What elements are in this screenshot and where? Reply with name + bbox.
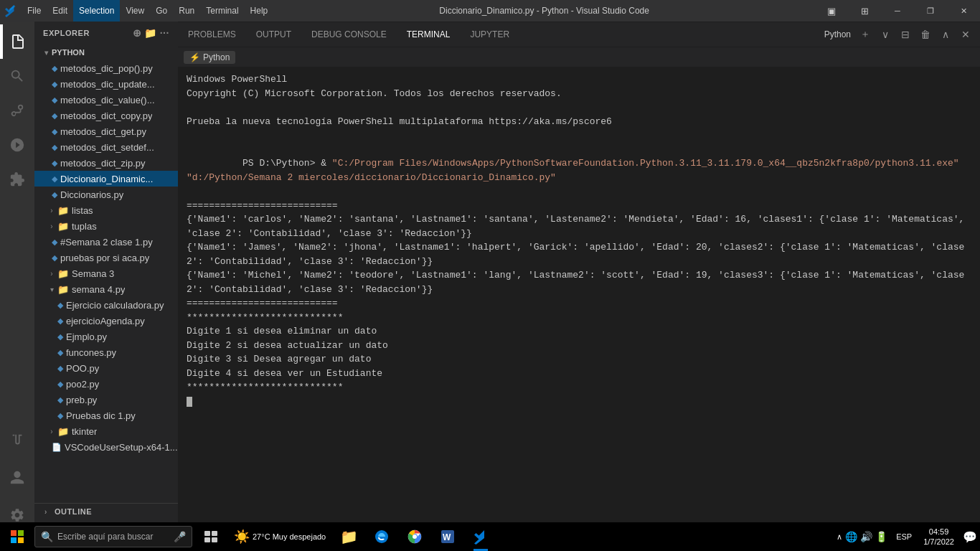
file-metodos-update[interactable]: ◆ metodos_dic_update... (34, 76, 178, 92)
network-icon[interactable]: 🌐 (845, 531, 857, 542)
file-pruebas-dic[interactable]: ◆ Pruebas dic 1.py (34, 408, 178, 423)
menu-run[interactable]: Run (173, 0, 200, 22)
taskbar-explorer-btn[interactable]: 📁 (333, 522, 364, 551)
file-metodos-value[interactable]: ◆ metodos_dic_value()... (34, 92, 178, 108)
taskbar-word-btn[interactable]: W (432, 522, 463, 551)
folder-tkinter[interactable]: › 📁 tkinter (34, 423, 178, 439)
term-line: Digite 3 si Desea agregar un dato (187, 352, 971, 367)
file-diccionarios[interactable]: ◆ Diccionarios.py (34, 187, 178, 202)
py-icon: ◆ (52, 174, 57, 184)
terminal-close-btn[interactable]: ✕ (957, 26, 974, 43)
folder-listas[interactable]: › 📁 listas (34, 202, 178, 218)
minimize-btn[interactable]: ─ (881, 0, 914, 22)
menu-view[interactable]: View (120, 0, 150, 22)
source-control-icon[interactable] (0, 93, 34, 128)
taskbar-search-box[interactable]: 🔍 Escribe aquí para buscar 🎤 (34, 526, 192, 547)
taskbar-weather[interactable]: ☀️ 27°C Muy despejado (228, 522, 331, 551)
menu-help[interactable]: Help (245, 0, 274, 22)
terminal-trash-btn[interactable]: 🗑 (917, 26, 934, 43)
file-label: ejercicioAgenda.py (66, 316, 145, 326)
terminal-instance-label: Python (203, 52, 230, 62)
folder-icon: 📁 (57, 268, 69, 279)
file-semana2[interactable]: ◆ #Semana 2 clase 1.py (34, 234, 178, 250)
layout-split-btn[interactable]: ⊞ (848, 0, 881, 22)
terminal-instance-python[interactable]: ⚡ Python (184, 51, 235, 64)
testing-icon[interactable] (0, 423, 34, 458)
activity-bar-bottom (0, 423, 34, 535)
file-label: metodos_dict_zip.py (60, 158, 146, 169)
py-icon: ◆ (52, 95, 57, 105)
py-icon: ◆ (52, 127, 57, 136)
py-icon: ◆ (57, 364, 63, 373)
menu-go[interactable]: Go (150, 0, 173, 22)
folder-tuplas[interactable]: › 📁 tuplas (34, 218, 178, 234)
tab-output[interactable]: OUTPUT (246, 22, 301, 47)
account-icon[interactable] (0, 461, 34, 495)
menu-bar: File Edit Selection View Go Run Terminal… (22, 0, 273, 22)
terminal-tabs-bar: PROBLEMS OUTPUT DEBUG CONSOLE TERMINAL J… (178, 22, 980, 47)
more-options-icon[interactable]: ··· (160, 27, 169, 39)
extensions-icon[interactable] (0, 162, 34, 197)
file-ejmplo[interactable]: ◆ Ejmplo.py (34, 329, 178, 344)
file-metodos-get[interactable]: ◆ metodos_dict_get.py (34, 123, 178, 139)
file-vscode-setup[interactable]: 📄 VSCodeUserSetup-x64-1... (34, 439, 178, 455)
tab-problems[interactable]: PROBLEMS (178, 22, 246, 47)
battery-icon[interactable]: 🔋 (875, 531, 887, 542)
menu-terminal[interactable]: Terminal (200, 0, 244, 22)
restore-btn[interactable]: ❐ (914, 0, 947, 22)
file-label: poo2.py (66, 379, 99, 390)
taskbar-taskview-btn[interactable] (195, 522, 227, 551)
file-metodos-copy[interactable]: ◆ metodos_dict_copy.py (34, 108, 178, 123)
folder-arrow-icon: › (46, 428, 57, 435)
folder-semana3[interactable]: › 📁 Semana 3 (34, 265, 178, 281)
file-preb[interactable]: ◆ preb.py (34, 392, 178, 408)
file-funcones[interactable]: ◆ funcones.py (34, 344, 178, 360)
tray-chevron-icon[interactable]: ∧ (837, 532, 842, 542)
run-debug-icon[interactable] (0, 128, 34, 162)
system-tray: ∧ 🌐 🔊 🔋 (834, 531, 890, 542)
notification-center-icon[interactable]: 💬 (963, 529, 977, 544)
taskbar-edge-btn[interactable] (366, 522, 397, 551)
terminal-body[interactable]: Windows PowerShell Copyright (C) Microso… (178, 67, 980, 535)
volume-icon[interactable]: 🔊 (860, 531, 872, 542)
terminal-more-btn[interactable]: ∨ (877, 26, 894, 43)
file-poo[interactable]: ◆ POO.py (34, 360, 178, 376)
menu-edit[interactable]: Edit (47, 0, 73, 22)
language-indicator[interactable]: ESP (893, 532, 915, 541)
search-icon[interactable] (0, 59, 34, 93)
section-python[interactable]: ▾ PYTHON (34, 44, 178, 60)
folder-semana4[interactable]: ▾ 📁 semana 4.py (34, 281, 178, 297)
term-line: **************************** (187, 380, 971, 395)
start-button[interactable] (3, 522, 32, 551)
explorer-icon[interactable] (0, 24, 34, 59)
svg-rect-2 (11, 537, 17, 543)
outline-header[interactable]: › OUTLINE (34, 504, 178, 519)
new-folder-icon[interactable]: 📁 (144, 27, 157, 39)
tab-terminal[interactable]: TERMINAL (397, 22, 461, 47)
close-btn[interactable]: ✕ (947, 0, 980, 22)
file-metodos-zip[interactable]: ◆ metodos_dict_zip.py (34, 155, 178, 171)
terminal-add-btn[interactable]: ＋ (857, 26, 874, 43)
file-diccionario-dinamico[interactable]: ◆ Diccionario_Dinamic... (34, 171, 178, 187)
file-metodos-setdef[interactable]: ◆ metodos_dict_setdef... (34, 139, 178, 155)
term-line: Digite 1 si desea eliminar un dato (187, 324, 971, 339)
file-label: metodos_dic_value()... (60, 95, 155, 105)
menu-selection[interactable]: Selection (73, 0, 120, 22)
svg-rect-1 (18, 530, 24, 536)
taskbar-chrome-btn[interactable] (399, 522, 430, 551)
tab-debug-console[interactable]: DEBUG CONSOLE (301, 22, 397, 47)
terminal-split-btn[interactable]: ⊟ (897, 26, 914, 43)
term-cursor-line (187, 395, 971, 409)
taskbar-vscode-btn[interactable] (465, 522, 496, 551)
tab-jupyter[interactable]: JUPYTER (460, 22, 519, 47)
file-agenda[interactable]: ◆ ejercicioAgenda.py (34, 313, 178, 329)
file-pruebas[interactable]: ◆ pruebas por si aca.py (34, 250, 178, 265)
menu-file[interactable]: File (22, 0, 47, 22)
file-calculadora[interactable]: ◆ Ejercicio calculadora.py (34, 297, 178, 313)
file-poo2[interactable]: ◆ poo2.py (34, 376, 178, 392)
taskbar-clock[interactable]: 04:59 1/7/2022 (918, 527, 960, 547)
file-metodos-pop[interactable]: ◆ metodos_dic_pop().py (34, 60, 178, 76)
layout-toggle-btn[interactable]: ▣ (815, 0, 848, 22)
new-file-icon[interactable]: ⊕ (133, 27, 142, 39)
terminal-maximize-btn[interactable]: ∧ (937, 26, 954, 43)
